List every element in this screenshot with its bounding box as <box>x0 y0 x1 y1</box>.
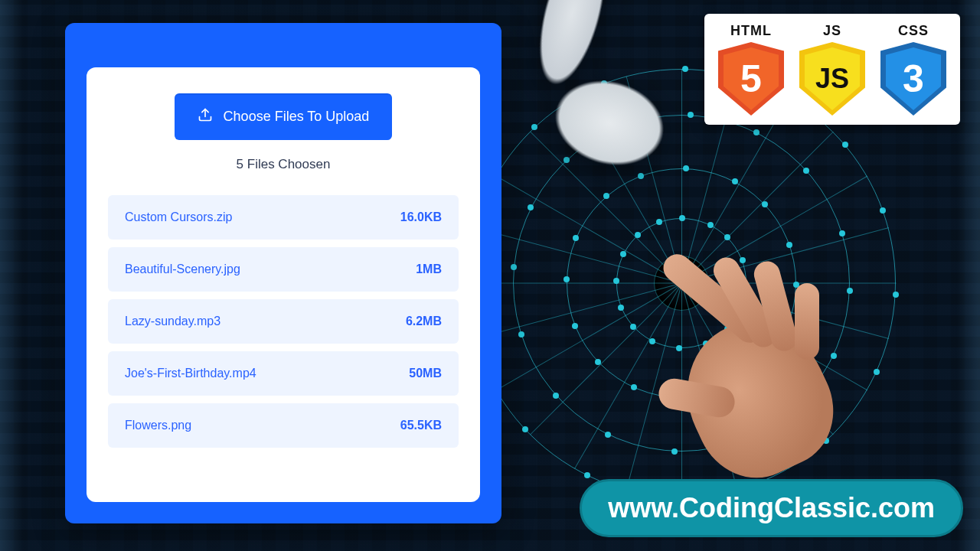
html5-badge: HTML 5 <box>718 23 784 116</box>
website-url-pill: www.CodingClassic.com <box>580 479 963 537</box>
file-name: Lazy-sunday.mp3 <box>125 315 220 328</box>
js-icon: JS <box>799 42 865 116</box>
list-item[interactable]: Joe's-First-Birthday.mp4 50MB <box>108 351 459 396</box>
js-badge: JS JS <box>799 23 865 116</box>
file-size: 16.0KB <box>400 210 442 224</box>
file-name: Joe's-First-Birthday.mp4 <box>125 367 256 380</box>
css-badge-label: CSS <box>898 23 929 39</box>
upload-icon <box>198 107 213 126</box>
file-size: 6.2MB <box>406 315 442 328</box>
list-item[interactable]: Flowers.png 65.5KB <box>108 403 459 448</box>
bg-glow-left <box>0 0 23 551</box>
file-size: 50MB <box>409 367 442 380</box>
html5-icon: 5 <box>718 42 784 116</box>
file-list: Custom Cursors.zip 16.0KB Beautiful-Scen… <box>108 195 459 448</box>
circuit-graphic <box>467 69 896 497</box>
file-size: 1MB <box>416 262 442 276</box>
list-item[interactable]: Beautiful-Scenery.jpg 1MB <box>108 247 459 292</box>
website-url-text: www.CodingClassic.com <box>608 492 935 523</box>
file-size: 65.5KB <box>400 419 442 432</box>
choose-files-label: Choose Files To Upload <box>224 109 370 125</box>
files-count-label: 5 Files Choosen <box>108 157 459 172</box>
upload-panel: Choose Files To Upload 5 Files Choosen C… <box>87 67 480 502</box>
tech-badges-panel: HTML 5 JS JS CSS 3 <box>704 14 960 125</box>
choose-files-button[interactable]: Choose Files To Upload <box>175 93 393 140</box>
html-badge-label: HTML <box>730 23 772 39</box>
file-name: Flowers.png <box>125 419 191 432</box>
js-badge-label: JS <box>823 23 841 39</box>
bg-glow-right <box>957 0 980 551</box>
upload-card: Choose Files To Upload 5 Files Choosen C… <box>65 23 501 523</box>
list-item[interactable]: Custom Cursors.zip 16.0KB <box>108 195 459 240</box>
css3-badge: CSS 3 <box>880 23 946 116</box>
file-name: Beautiful-Scenery.jpg <box>125 262 240 276</box>
css3-icon: 3 <box>880 42 946 116</box>
list-item[interactable]: Lazy-sunday.mp3 6.2MB <box>108 299 459 344</box>
file-name: Custom Cursors.zip <box>125 210 232 224</box>
